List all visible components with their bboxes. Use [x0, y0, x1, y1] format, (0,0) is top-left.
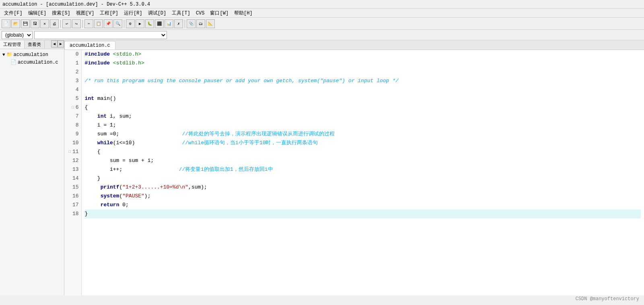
line-num-17: 17 — [67, 201, 79, 210]
toolbar: 📄 📂 💾 🖫 ✕ 🖨 ↩ ↪ ✂ 📋 📌 🔍 ⚙ ▶ 🐛 ⬛ 📊 ✗ 📎 🗂 … — [0, 18, 644, 30]
toolbar-btn-copy[interactable]: 📋 — [94, 19, 103, 28]
sidebar: 工程管理 查看类 ◀ ▶ ▼ 📁 accumulation 📄 accumula… — [0, 40, 64, 295]
tree-file-item[interactable]: 📄 accumulation.c — [10, 58, 62, 66]
menu-file[interactable]: 文件[F] — [2, 9, 25, 17]
line-numbers: 0 1 2 3 4 5 □6 7 8 9 10 □11 12 13 14 15 … — [64, 50, 82, 295]
code-line-8: i = 1; — [85, 121, 641, 130]
line-num-0: 0 — [67, 50, 79, 59]
line-num-12: 12 — [67, 156, 79, 165]
line-num-4: 4 — [67, 85, 79, 94]
str-15: "1+2+3......+10=%d\n" — [122, 184, 188, 190]
menu-run[interactable]: 运行[R] — [121, 9, 145, 17]
cn-comment-9: //将此处的等号去掉，演示程序出现逻辑错误从而进行调试的过程 — [182, 131, 335, 137]
fold-icon-6[interactable]: □ — [70, 103, 74, 112]
code-line-6: { — [85, 103, 641, 112]
tree-root-item[interactable]: ▼ 📁 accumulation — [2, 51, 62, 58]
toolbar-sep-3 — [124, 20, 124, 28]
toolbar-btn-stop[interactable]: ⬛ — [155, 19, 164, 28]
menu-help[interactable]: 帮助[H] — [232, 9, 255, 17]
cn-comment-10: //while循环语句，当i小于等于10时，一直执行两条语句 — [182, 140, 318, 146]
str-16: "PAUSE" — [122, 193, 144, 199]
line-num-9: 9 — [67, 130, 79, 139]
comment-3: /* run this program using the console pa… — [85, 78, 399, 84]
normal-17b: 0; — [119, 202, 128, 208]
tree-file-icon: 📄 — [10, 59, 16, 65]
normal-13a: i++; — [85, 166, 179, 172]
code-line-3: /* run this program using the console pa… — [85, 77, 641, 85]
line-num-5: 5 — [67, 94, 79, 103]
code-line-11: { — [85, 147, 641, 156]
toolbar-btn-print[interactable]: 🖨 — [50, 19, 59, 28]
menu-tools[interactable]: 工具[T] — [169, 9, 193, 17]
file-tab-accumulation[interactable]: accumulation.c — [64, 41, 115, 50]
toolbar-btn-misc3[interactable]: 📐 — [206, 19, 215, 28]
tree-folder-icon: 📁 — [6, 52, 12, 58]
line-num-11: □11 — [67, 147, 79, 156]
line-num-7: 7 — [67, 112, 79, 121]
normal-15a — [85, 184, 101, 190]
code-line-17: return 0; — [85, 201, 641, 210]
code-line-12: sum = sum + i; — [85, 156, 641, 165]
code-line-5: int main() — [85, 94, 641, 103]
kw-printf-15: printf — [101, 184, 119, 190]
menu-bar: 文件[F] 编辑[E] 搜索[S] 视图[V] 工程[P] 运行[R] 调试[D… — [0, 9, 644, 18]
code-line-13: i++; //将变量i的值取出加1，然后存放回i中 — [85, 165, 641, 174]
tree-expand-icon: ▼ — [2, 52, 5, 57]
code-line-18: } — [85, 210, 641, 218]
toolbar-sep-1 — [60, 20, 61, 28]
menu-project[interactable]: 工程[P] — [97, 9, 121, 17]
toolbar-btn-saveall[interactable]: 🖫 — [31, 19, 39, 28]
globals-dropdown[interactable]: (globals) — [2, 31, 33, 39]
toolbar-btn-close[interactable]: ✕ — [40, 19, 49, 28]
code-line-9: sum =0; //将此处的等号去掉，演示程序出现逻辑错误从而进行调试的过程 — [85, 130, 641, 139]
kw-int-5: int — [85, 95, 94, 102]
code-area[interactable]: accumulation.c 0 1 2 3 4 5 □6 7 8 9 10 □… — [64, 40, 644, 295]
normal-8: i = 1; — [85, 122, 116, 128]
tab-project-manager[interactable]: 工程管理 — [0, 40, 25, 49]
toolbar-btn-compile[interactable]: ⚙ — [126, 19, 135, 28]
normal-17a — [85, 202, 101, 208]
line-num-15: 15 — [67, 183, 79, 192]
menu-window[interactable]: 窗口[W] — [208, 9, 231, 17]
cn-comment-13: //将变量i的值取出加1，然后存放回i中 — [179, 166, 273, 172]
toolbar-btn-misc2[interactable]: 🗂 — [196, 19, 205, 28]
toolbar-btn-x[interactable]: ✗ — [174, 19, 183, 28]
menu-search[interactable]: 搜索[S] — [49, 9, 73, 17]
line-num-16: 16 — [67, 192, 79, 201]
code-line-15: printf("1+2+3......+10=%d\n",sum); — [85, 183, 641, 192]
toolbar-btn-open[interactable]: 📂 — [11, 19, 20, 28]
dropdown-row: (globals) — [0, 30, 644, 40]
toolbar-btn-misc1[interactable]: 📎 — [187, 19, 195, 28]
inc-1: <stdlib.h> — [110, 60, 144, 66]
toolbar-btn-new[interactable]: 📄 — [2, 19, 10, 28]
toolbar-btn-redo[interactable]: ↪ — [72, 19, 81, 28]
toolbar-btn-cut[interactable]: ✂ — [84, 19, 93, 28]
menu-edit[interactable]: 编辑[E] — [26, 9, 49, 17]
menu-view[interactable]: 视图[V] — [74, 9, 97, 17]
toolbar-btn-save[interactable]: 💾 — [21, 19, 30, 28]
title-text: accumulation - [accumulation.dev] - Dev-… — [2, 2, 150, 7]
toolbar-btn-find[interactable]: 🔍 — [113, 19, 122, 28]
fold-icon-11[interactable]: □ — [67, 147, 71, 156]
sidebar-nav-right[interactable]: ▶ — [58, 40, 64, 48]
toolbar-btn-chart[interactable]: 📊 — [165, 19, 173, 28]
toolbar-btn-run[interactable]: ▶ — [136, 19, 144, 28]
tree-root-label: accumulation — [14, 52, 48, 58]
tab-class-view[interactable]: 查看类 — [25, 40, 45, 49]
sidebar-nav-left[interactable]: ◀ — [51, 40, 58, 48]
toolbar-btn-paste[interactable]: 📌 — [104, 19, 113, 28]
normal-15c: ,sum); — [188, 184, 207, 190]
normal-10b: (i<=10) — [113, 140, 182, 146]
line-num-6: □6 — [67, 103, 79, 112]
line-num-2: 2 — [67, 68, 79, 77]
line-num-10: 10 — [67, 139, 79, 147]
function-dropdown[interactable] — [34, 31, 167, 39]
kw-include-0: #include — [85, 51, 110, 57]
toolbar-btn-debug[interactable]: 🐛 — [145, 19, 154, 28]
tree-file-label: accumulation.c — [18, 60, 58, 65]
menu-debug[interactable]: 调试[D] — [146, 9, 169, 17]
toolbar-btn-undo[interactable]: ↩ — [62, 19, 71, 28]
menu-cvs[interactable]: CVS — [193, 10, 207, 17]
line-num-18: 18 — [67, 210, 79, 218]
file-tabs: accumulation.c — [64, 40, 644, 50]
